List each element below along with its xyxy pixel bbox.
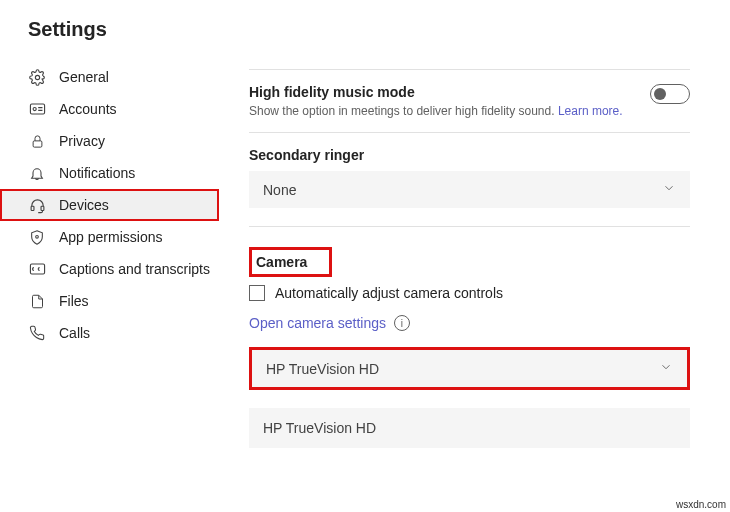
ringer-select[interactable]: None — [249, 171, 690, 208]
svg-point-2 — [33, 107, 36, 110]
divider — [249, 226, 690, 227]
shield-icon — [28, 228, 46, 246]
headset-icon — [28, 196, 46, 214]
sidebar-item-label: Privacy — [59, 133, 105, 149]
sidebar-item-label: Devices — [59, 197, 109, 213]
sidebar-item-label: General — [59, 69, 109, 85]
svg-rect-1 — [30, 104, 44, 114]
camera-option[interactable]: HP TrueVision HD — [249, 408, 690, 448]
svg-point-6 — [36, 235, 39, 238]
ringer-title: Secondary ringer — [249, 147, 690, 163]
hifi-desc-text: Show the option in meetings to deliver h… — [249, 104, 555, 118]
divider — [249, 132, 690, 133]
sidebar-item-devices[interactable]: Devices — [0, 189, 219, 221]
sidebar-item-calls[interactable]: Calls — [0, 317, 219, 349]
sidebar: General Accounts Privacy Notifications — [0, 55, 219, 448]
learn-more-link[interactable]: Learn more. — [558, 104, 623, 118]
svg-point-0 — [35, 75, 39, 79]
sidebar-item-label: Accounts — [59, 101, 117, 117]
svg-rect-3 — [33, 140, 42, 146]
sidebar-item-label: Captions and transcripts — [59, 261, 210, 277]
ringer-value: None — [263, 182, 296, 198]
sidebar-item-label: Calls — [59, 325, 90, 341]
captions-icon — [28, 260, 46, 278]
auto-adjust-label: Automatically adjust camera controls — [275, 285, 503, 301]
gear-icon — [28, 68, 46, 86]
sidebar-item-label: Notifications — [59, 165, 135, 181]
id-card-icon — [28, 100, 46, 118]
sidebar-item-label: Files — [59, 293, 89, 309]
auto-adjust-checkbox[interactable] — [249, 285, 265, 301]
phone-icon — [28, 324, 46, 342]
watermark: wsxdn.com — [676, 499, 726, 510]
sidebar-item-captions[interactable]: Captions and transcripts — [0, 253, 219, 285]
camera-select-value: HP TrueVision HD — [266, 361, 379, 377]
camera-title: Camera — [256, 254, 307, 270]
sidebar-item-notifications[interactable]: Notifications — [0, 157, 219, 189]
lock-icon — [28, 132, 46, 150]
camera-select[interactable]: HP TrueVision HD — [252, 350, 687, 387]
sidebar-item-accounts[interactable]: Accounts — [0, 93, 219, 125]
bell-icon — [28, 164, 46, 182]
sidebar-item-general[interactable]: General — [0, 61, 219, 93]
page-title: Settings — [0, 0, 730, 41]
content-pane: High fidelity music mode Show the option… — [219, 55, 730, 448]
sidebar-item-privacy[interactable]: Privacy — [0, 125, 219, 157]
divider — [249, 69, 690, 70]
sidebar-item-app-permissions[interactable]: App permissions — [0, 221, 219, 253]
hifi-desc: Show the option in meetings to deliver h… — [249, 104, 623, 118]
sidebar-item-label: App permissions — [59, 229, 163, 245]
hifi-title: High fidelity music mode — [249, 84, 623, 100]
svg-rect-5 — [41, 206, 44, 210]
chevron-down-icon — [659, 360, 673, 377]
svg-rect-4 — [31, 206, 34, 210]
file-icon — [28, 292, 46, 310]
chevron-down-icon — [662, 181, 676, 198]
hifi-toggle[interactable] — [650, 84, 690, 104]
open-camera-settings-link[interactable]: Open camera settings — [249, 315, 386, 331]
info-icon[interactable]: i — [394, 315, 410, 331]
sidebar-item-files[interactable]: Files — [0, 285, 219, 317]
